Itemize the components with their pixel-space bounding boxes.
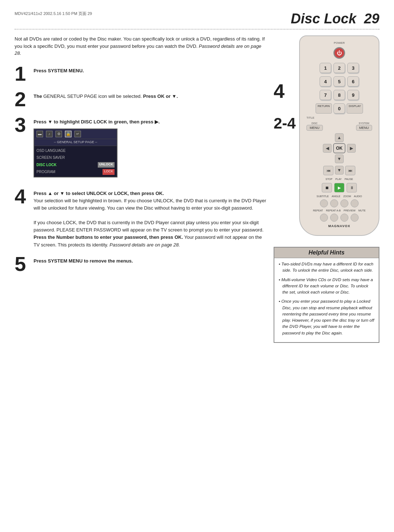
step-3-number: 3 <box>15 115 31 135</box>
remote-btn-preview[interactable] <box>340 214 348 222</box>
screen-row-osd-label: OSD LANGUAGE <box>36 148 66 154</box>
remote-btn-9[interactable]: 9 <box>347 90 359 100</box>
remote-btn-down2[interactable]: ▼ <box>335 166 344 175</box>
remote-spp-labels: STOP PLAY PAUSE <box>306 178 373 180</box>
helpful-hints-list: Two-sided DVDs may have a different ID f… <box>279 261 374 336</box>
remote-btn-8[interactable]: 8 <box>333 90 345 100</box>
remote-repeat-labels: REPEAT REPEAT A-B PREVIEW MUTE <box>306 209 373 212</box>
file-info: MDV421/411v2 2002.5.16 1:50 PM 页面 29 <box>15 11 92 16</box>
screen-row-screen: SCREEN SAVER <box>36 154 115 161</box>
remote-btn-angle[interactable] <box>330 199 338 207</box>
remote-btn-2[interactable]: 2 <box>333 63 345 73</box>
step-5-text: Press SYSTEM MENU to remove the menus. <box>34 254 133 265</box>
remote-btn-audio[interactable] <box>351 199 359 207</box>
remote-title-label: TITLE <box>306 116 314 119</box>
step-2-number: 2 <box>15 89 31 110</box>
remote-btn-pause[interactable]: ⏸ <box>347 183 357 192</box>
remote-repeat-btns <box>320 214 359 222</box>
remote-btn-prev[interactable]: ⏮ <box>323 166 333 175</box>
remote-area: 4 2-4 1,5 POWER ⏻ 1 2 <box>274 35 379 343</box>
remote-btn-ok[interactable]: OK <box>333 143 345 153</box>
remote-audio-label: AUDIO <box>354 195 362 198</box>
remote-play-label: PLAY <box>335 178 341 180</box>
remote-btn-zoom[interactable] <box>340 199 348 207</box>
remote-row-special1: RETURN 0 DISPLAY <box>306 103 373 114</box>
remote-disc-label: DISC <box>312 122 318 125</box>
hint-item-3: Once you enter your password to play a L… <box>279 298 374 336</box>
remote-brand: MAGNAVOX <box>328 224 350 228</box>
remote-btn-6[interactable]: 6 <box>347 76 359 87</box>
page-title: Disc Lock 29 <box>291 11 379 27</box>
remote-nav-vert: ▲ OK ▼ <box>333 133 345 163</box>
remote-btn-4[interactable]: 4 <box>320 76 331 87</box>
screen-row-program: PROGRAM LOCK <box>36 168 115 176</box>
remote-saza-btns <box>320 199 359 207</box>
step-4-text: Press ▲ or ▼ to select UNLOCK or LOCK, t… <box>34 186 266 249</box>
remote-btn-play[interactable]: ▶ <box>334 183 344 192</box>
remote-transport-row: ⏮ ▼ ⏭ <box>323 166 355 175</box>
remote-btn-repeat[interactable] <box>320 214 328 222</box>
screen-row-osd: OSD LANGUAGE <box>36 147 115 154</box>
helpful-hints-title: Helpful Hints <box>274 248 379 258</box>
remote-zoom-label: ZOOM <box>343 195 351 198</box>
remote-row-disc-system: DISC MENU SYSTEM MENU <box>306 122 373 131</box>
remote-power-button[interactable]: ⏻ <box>333 47 345 59</box>
remote-btn-display[interactable]: DISPLAY <box>347 103 363 114</box>
remote-btn-0[interactable]: 0 <box>333 103 345 114</box>
steps-area: Not all DVDs are rated or coded by the D… <box>15 35 266 343</box>
screen-row-disc-label: DISC LOCK <box>36 162 57 168</box>
step-3-block: 3 Press ▼ to highlight DISC LOCK in gree… <box>15 115 266 181</box>
remote-btn-7[interactable]: 7 <box>320 90 331 100</box>
remote-control: POWER ⏻ 1 2 3 4 5 6 <box>299 35 379 236</box>
remote-disc-menu-btn[interactable]: MENU <box>306 125 323 131</box>
remote-preview-label: PREVIEW <box>344 209 355 212</box>
remote-repeat-ab-label: REPEAT A-B <box>326 209 341 212</box>
step-5-block: 5 Press SYSTEM MENU to remove the menus. <box>15 254 266 274</box>
remote-btn-right[interactable]: ▶ <box>347 144 356 153</box>
remote-btn-left[interactable]: ◀ <box>323 144 332 153</box>
screen-icon-setup: ⚙ <box>55 131 62 137</box>
power-icon: ⏻ <box>337 50 342 56</box>
remote-system-menu-btn[interactable]: MENU <box>356 125 372 131</box>
remote-system-label: SYSTEM <box>359 122 369 125</box>
step-4-block: 4 Press ▲ or ▼ to select UNLOCK or LOCK,… <box>15 186 266 249</box>
screen-icon-music: ♪ <box>46 131 53 137</box>
screen-row-disc: DISC LOCK UNLOCK <box>36 161 115 169</box>
remote-btn-5[interactable]: 5 <box>333 76 345 87</box>
dotted-rule <box>15 29 379 30</box>
step-4-number: 4 <box>15 186 31 207</box>
screen-icon-return: ↵ <box>74 131 81 137</box>
remote-btn-next[interactable]: ⏭ <box>345 166 355 175</box>
remote-mute-label: MUTE <box>358 209 366 212</box>
remote-btn-repeat-ab[interactable] <box>330 214 338 222</box>
remote-btn-down[interactable]: ▼ <box>335 154 344 163</box>
remote-btn-mute[interactable] <box>351 214 359 222</box>
screen-mockup: ▬ ♪ ⚙ 🔒 ↵ -- GENERAL SETUP PAGE -- OSD L… <box>34 129 117 177</box>
content-area: Not all DVDs are rated or coded by the D… <box>15 35 379 343</box>
step-1-text: Press SYSTEM MENU. <box>34 64 84 74</box>
remote-btn-stop[interactable]: ⏹ <box>322 183 332 192</box>
screen-row-program-badge-lock: LOCK <box>103 169 115 175</box>
step-3-text: Press ▼ to highlight DISC LOCK in green,… <box>34 115 160 181</box>
remote-system-group: SYSTEM MENU <box>356 122 372 131</box>
remote-title-row: TITLE <box>306 116 373 119</box>
remote-repeat-label: REPEAT <box>313 209 323 212</box>
remote-power-label: POWER <box>334 41 345 45</box>
remote-nav-cluster: ◀ ▲ OK ▼ ▶ <box>323 133 356 163</box>
screen-row-screen-label: SCREEN SAVER <box>36 155 65 161</box>
remote-row-456: 4 5 6 <box>320 76 359 87</box>
overlay-4-top: 4 <box>274 81 285 101</box>
hint-item-1: Two-sided DVDs may have a different ID f… <box>279 261 374 274</box>
hint-item-2: Multi-volume Video CDs or DVD sets may h… <box>279 277 374 296</box>
remote-saza-labels: SUBTITLE ANGLE ZOOM AUDIO <box>306 195 373 198</box>
remote-btn-return[interactable]: RETURN <box>316 103 332 114</box>
remote-btn-1[interactable]: 1 <box>320 63 331 73</box>
remote-btn-up[interactable]: ▲ <box>335 133 344 142</box>
screen-rows: OSD LANGUAGE SCREEN SAVER DISC LOCK UNLO… <box>34 146 117 177</box>
remote-stop-label: STOP <box>325 178 332 180</box>
step-2-block: 2 The GENERAL SETUP PAGE icon will be se… <box>15 89 266 110</box>
remote-pause-label: PAUSE <box>345 178 353 180</box>
overlay-24: 2-4 <box>274 116 296 131</box>
remote-btn-3[interactable]: 3 <box>347 63 359 73</box>
remote-btn-subtitle[interactable] <box>320 199 328 207</box>
